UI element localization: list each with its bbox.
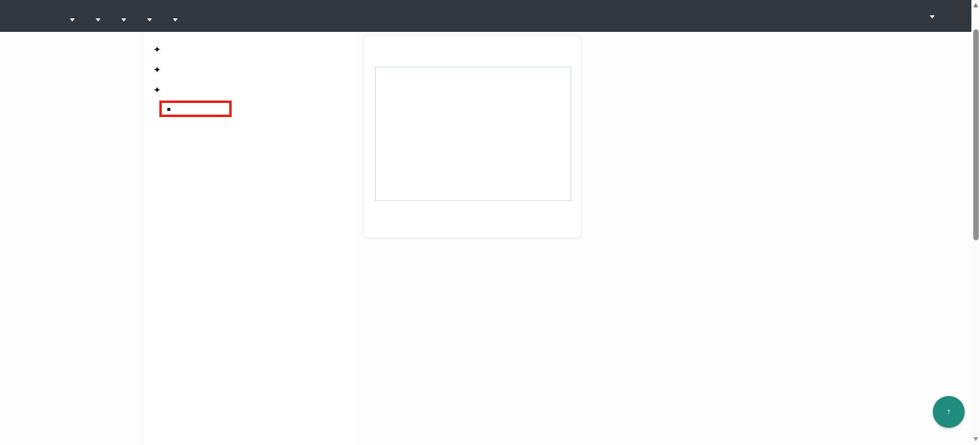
four-pointed-star-icon: ✦ <box>153 65 161 74</box>
sidebar: ✦✦✦ ✶ <box>142 32 358 445</box>
chart-image-0 <box>376 67 569 199</box>
scroll-to-top-button[interactable]: ↑ <box>933 396 965 428</box>
four-pointed-star-icon: ✦ <box>153 45 161 54</box>
four-pointed-star-icon: ✦ <box>153 85 161 94</box>
cards-grid <box>363 35 819 238</box>
nav-item-favourites[interactable] <box>91 17 101 21</box>
up-arrow-icon: ↑ <box>947 408 951 415</box>
caret-down-icon <box>121 18 126 21</box>
article-card <box>363 35 582 238</box>
user-menu[interactable] <box>924 14 935 18</box>
caret-down-icon <box>147 18 152 21</box>
caret-down-icon <box>96 18 101 21</box>
sidebar-sections: ✦✦✦ <box>143 39 358 100</box>
scrollbar-thumb[interactable] <box>973 29 979 240</box>
caret-down-icon <box>173 18 178 21</box>
nav-item-support[interactable] <box>169 17 178 21</box>
nav-item-dashboard[interactable] <box>66 17 75 21</box>
card-meta <box>375 48 569 57</box>
nav-item-extract-data[interactable] <box>117 17 126 21</box>
sidebar-section-tidings[interactable]: ✦ <box>143 59 358 80</box>
page-scrollbar[interactable] <box>971 0 980 445</box>
caret-down-icon <box>70 18 75 21</box>
scrollbar-down-arrow-icon[interactable] <box>973 437 978 441</box>
nav-item-search[interactable] <box>143 17 152 21</box>
main-content <box>363 35 819 238</box>
caret-down-icon <box>930 15 935 18</box>
scrollbar-up-arrow-icon[interactable] <box>973 3 978 7</box>
sidebar-section-statistics[interactable]: ✦ <box>143 80 358 100</box>
top-navbar <box>0 0 971 32</box>
sidebar-section-analysis[interactable]: ✦ <box>143 39 358 59</box>
chart-box <box>375 67 571 201</box>
navbar-items <box>16 10 194 21</box>
